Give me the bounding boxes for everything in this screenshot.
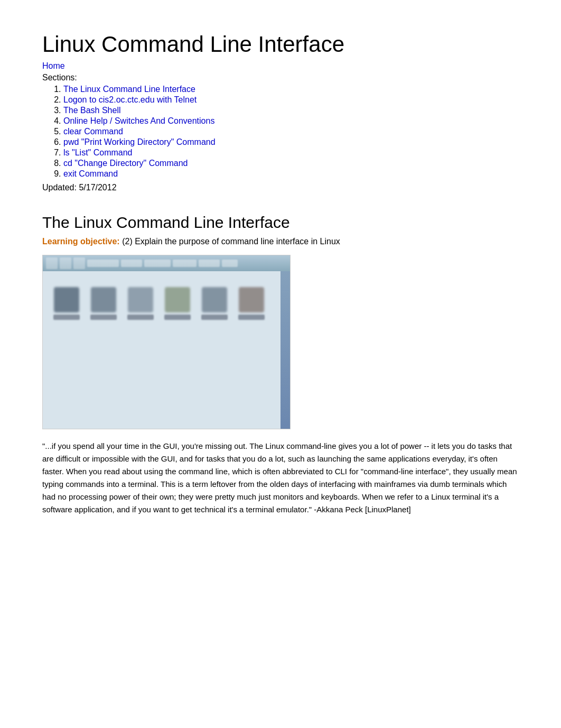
section-link-6[interactable]: pwd "Print Working Directory" Command bbox=[63, 137, 216, 146]
section-link-1[interactable]: The Linux Command Line Interface bbox=[63, 85, 195, 94]
section-link-3[interactable]: The Bash Shell bbox=[63, 106, 121, 115]
learning-objective: Learning objective: (2) Explain the purp… bbox=[42, 237, 519, 246]
updated-text: Updated: 5/17/2012 bbox=[42, 183, 519, 192]
screenshot-image bbox=[42, 255, 291, 429]
sections-label: Sections: bbox=[42, 73, 519, 82]
home-link[interactable]: Home bbox=[42, 61, 519, 71]
list-item: Online Help / Switches And Conventions bbox=[63, 116, 519, 126]
section-link-2[interactable]: Logon to cis2.oc.ctc.edu with Telnet bbox=[63, 95, 197, 104]
page-title: Linux Command Line Interface bbox=[42, 32, 519, 57]
list-item: cd "Change Directory" Command bbox=[63, 159, 519, 168]
list-item: exit Command bbox=[63, 169, 519, 179]
list-item: ls "List" Command bbox=[63, 148, 519, 158]
list-item: clear Command bbox=[63, 127, 519, 136]
learning-objective-label: Learning objective: bbox=[42, 237, 120, 246]
list-item: The Linux Command Line Interface bbox=[63, 85, 519, 94]
section-link-9[interactable]: exit Command bbox=[63, 169, 118, 178]
quote-text: "...if you spend all your time in the GU… bbox=[42, 440, 519, 516]
section-link-8[interactable]: cd "Change Directory" Command bbox=[63, 159, 188, 168]
section-link-5[interactable]: clear Command bbox=[63, 127, 123, 136]
section-1-heading: The Linux Command Line Interface bbox=[42, 214, 519, 232]
sections-list: The Linux Command Line Interface Logon t… bbox=[63, 85, 519, 179]
section-link-4[interactable]: Online Help / Switches And Conventions bbox=[63, 116, 214, 125]
section-1-container: The Linux Command Line Interface Learnin… bbox=[42, 214, 519, 516]
section-link-7[interactable]: ls "List" Command bbox=[63, 148, 133, 157]
list-item: The Bash Shell bbox=[63, 106, 519, 115]
list-item: Logon to cis2.oc.ctc.edu with Telnet bbox=[63, 95, 519, 105]
list-item: pwd "Print Working Directory" Command bbox=[63, 137, 519, 147]
learning-objective-text: (2) Explain the purpose of command line … bbox=[120, 237, 340, 246]
